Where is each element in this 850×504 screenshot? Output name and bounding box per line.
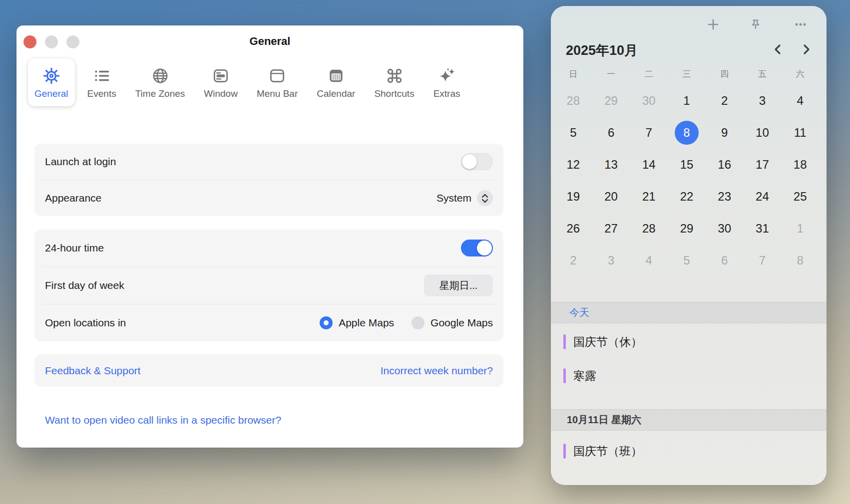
today-event-list: 国庆节（休）寒露 (551, 325, 827, 393)
calendar-day[interactable]: 1 (781, 213, 819, 245)
weekday-header: 二 (630, 68, 668, 80)
day-number: 3 (599, 249, 623, 272)
calendar-day[interactable]: 27 (592, 213, 630, 245)
calendar-day[interactable]: 25 (781, 181, 819, 213)
launch-at-login-toggle[interactable] (461, 153, 493, 170)
first-day-button[interactable]: 星期日... (424, 274, 493, 296)
event-item[interactable]: 国庆节（休） (551, 325, 827, 359)
appearance-value: System (436, 192, 471, 204)
calendar-day[interactable]: 15 (668, 149, 706, 181)
calendar-day[interactable]: 2 (706, 85, 744, 117)
radio-circle (320, 316, 333, 329)
tab-timezones[interactable]: Time Zones (129, 58, 192, 106)
launch-at-login-label: Launch at login (45, 156, 116, 168)
feedback-support-link[interactable]: Feedback & Support (45, 365, 140, 377)
day-number: 12 (561, 153, 585, 177)
event-title: 国庆节（班） (573, 444, 642, 459)
calendar-day[interactable]: 29 (668, 213, 706, 245)
today-section-header[interactable]: 今天 (551, 302, 827, 323)
day-number: 13 (599, 153, 623, 177)
calendar-day[interactable]: 16 (706, 149, 744, 181)
calendar-day[interactable]: 5 (668, 245, 706, 276)
calendar-day[interactable]: 31 (744, 213, 782, 245)
weekday-header: 五 (744, 68, 782, 80)
calendar-day[interactable]: 11 (781, 117, 819, 149)
calendar-day[interactable]: 30 (706, 213, 744, 245)
pin-icon[interactable] (749, 18, 762, 31)
stepper-chevrons-icon (477, 190, 493, 206)
tab-events[interactable]: Events (81, 58, 123, 106)
calendar-day[interactable]: 4 (630, 245, 668, 276)
tab-menubar[interactable]: Menu Bar (250, 58, 304, 106)
tab-label: Shortcuts (374, 88, 414, 99)
calendar-day[interactable]: 8 (668, 117, 706, 149)
calendar-day[interactable]: 24 (744, 181, 782, 213)
calendar-day[interactable]: 28 (554, 85, 592, 117)
calendar-day[interactable]: 26 (554, 213, 592, 245)
calendar-day[interactable]: 28 (630, 213, 668, 245)
calendar-day[interactable]: 6 (706, 245, 744, 276)
day-number: 6 (713, 249, 737, 272)
calendar-day[interactable]: 22 (668, 181, 706, 213)
previous-month-button[interactable] (772, 43, 785, 56)
window-icon (210, 65, 231, 86)
links-row: Feedback & Support Incorrect week number… (34, 354, 503, 387)
calendar-day[interactable]: 30 (630, 85, 668, 117)
hour24-toggle[interactable] (461, 240, 493, 256)
settings-window: General General Events Time Zones Window… (16, 25, 523, 448)
day-number: 1 (675, 89, 699, 113)
tab-label: Events (87, 88, 116, 99)
calendar-day[interactable]: 13 (592, 149, 630, 181)
calendar-day[interactable]: 18 (781, 149, 819, 181)
setting-row-24-hour: 24-hour time (34, 230, 503, 266)
calendar-day[interactable]: 29 (592, 85, 630, 117)
day-number: 5 (675, 249, 699, 272)
tab-calendar[interactable]: Calendar (310, 58, 362, 106)
day-number: 2 (713, 89, 737, 113)
calendar-day[interactable]: 4 (781, 85, 819, 117)
calendar-day[interactable]: 14 (630, 149, 668, 181)
calendar-day[interactable]: 7 (630, 117, 668, 149)
tab-shortcuts[interactable]: Shortcuts (368, 58, 421, 106)
day-number: 8 (788, 249, 812, 272)
calendar-day[interactable]: 21 (630, 181, 668, 213)
calendar-icon (326, 65, 347, 86)
hour24-label: 24-hour time (45, 242, 104, 254)
tab-general[interactable]: General (28, 58, 75, 106)
calendar-day[interactable]: 8 (781, 245, 819, 276)
event-item[interactable]: 寒露 (551, 359, 827, 393)
calendar-day[interactable]: 19 (554, 181, 592, 213)
calendar-day[interactable]: 5 (554, 117, 592, 149)
radio-google-maps[interactable]: Google Maps (412, 316, 493, 329)
calendar-day[interactable]: 3 (592, 245, 630, 276)
more-options-icon[interactable] (794, 18, 807, 31)
event-item[interactable]: 国庆节（班） (551, 434, 827, 468)
calendar-day[interactable]: 10 (744, 117, 782, 149)
calendar-day[interactable]: 9 (706, 117, 744, 149)
calendar-day[interactable]: 12 (554, 149, 592, 181)
calendar-month-title: 2025年10月 (566, 41, 638, 59)
today-label: 今天 (569, 306, 589, 319)
calendar-day[interactable]: 17 (744, 149, 782, 181)
globe-icon (150, 65, 171, 86)
appearance-select[interactable]: System (436, 190, 493, 206)
calendar-day[interactable]: 1 (668, 85, 706, 117)
day-number: 17 (750, 153, 774, 177)
radio-circle (412, 316, 425, 329)
tab-extras[interactable]: Extras (427, 58, 467, 106)
calendar-day[interactable]: 3 (744, 85, 782, 117)
tab-window[interactable]: Window (197, 58, 244, 106)
day-number: 9 (713, 121, 737, 145)
day-number: 19 (561, 185, 585, 209)
calendar-day[interactable]: 2 (554, 245, 592, 276)
next-month-button[interactable] (800, 43, 813, 56)
calendar-day[interactable]: 20 (592, 181, 630, 213)
calendar-day[interactable]: 6 (592, 117, 630, 149)
incorrect-week-number-link[interactable]: Incorrect week number? (381, 365, 493, 377)
calendar-day[interactable]: 23 (706, 181, 744, 213)
radio-apple-maps[interactable]: Apple Maps (320, 316, 394, 329)
video-call-browser-link[interactable]: Want to open video call links in a speci… (45, 414, 281, 426)
add-event-icon[interactable] (707, 18, 720, 31)
calendar-day[interactable]: 7 (744, 245, 782, 276)
tab-label: Menu Bar (257, 88, 298, 99)
